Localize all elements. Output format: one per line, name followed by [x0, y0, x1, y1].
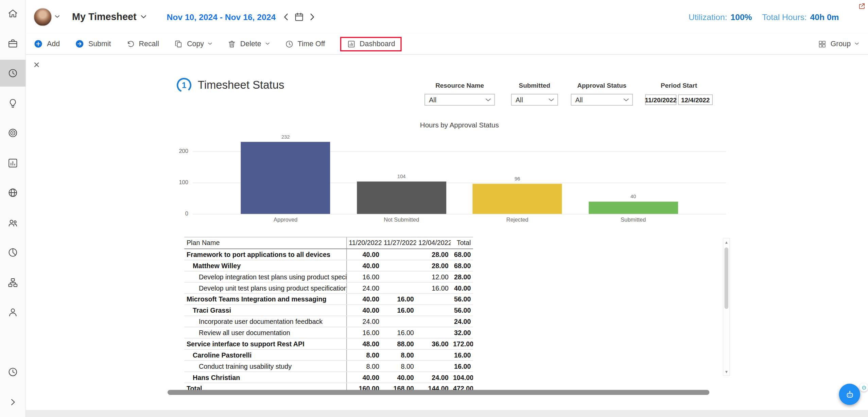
copy-button[interactable]: Copy	[174, 39, 212, 48]
bot-icon	[844, 388, 856, 400]
plan-name-cell: Review all user documentation	[184, 327, 346, 338]
sidebar-item-timesheets[interactable]	[0, 60, 26, 87]
hours-cell: 56.00	[451, 305, 473, 316]
column-header: Plan Name	[184, 237, 346, 249]
open-external-icon[interactable]	[858, 2, 866, 10]
utilization-label: Utilization:	[689, 12, 727, 21]
sidebar-item-history[interactable]	[0, 359, 26, 385]
sidebar-expand-button[interactable]	[0, 388, 26, 415]
close-button[interactable]: ×	[34, 59, 40, 70]
submit-button[interactable]: Submit	[75, 39, 111, 49]
sidebar-item-goals[interactable]	[0, 120, 26, 146]
bar-value-label: 232	[260, 134, 311, 139]
history-clock-icon	[7, 366, 18, 378]
globe-icon	[7, 187, 18, 198]
assistant-power-button[interactable]	[860, 383, 868, 392]
hours-cell: 8.00	[346, 361, 382, 372]
chevron-down-icon	[855, 42, 859, 45]
timesheet-view-selector[interactable]: My Timesheet	[72, 11, 146, 23]
person-icon	[7, 307, 18, 318]
sidebar-item-insights[interactable]	[0, 239, 26, 266]
time-off-button[interactable]: Time Off	[285, 39, 325, 48]
bar-approved[interactable]	[241, 142, 330, 214]
app-root: My Timesheet Nov 10, 2024 - Nov 16, 2024…	[0, 0, 868, 417]
submit-icon	[75, 39, 84, 49]
bar-rejected[interactable]	[473, 184, 562, 214]
dashboard-button-highlighted[interactable]: Dashboard	[340, 37, 402, 51]
hours-cell: 40.00	[346, 249, 382, 260]
hours-cell: 68.00	[451, 249, 473, 260]
submitted-select[interactable]: All	[511, 94, 558, 106]
briefcase-icon	[7, 38, 18, 49]
previous-period-icon[interactable]	[283, 13, 288, 20]
add-button[interactable]: Add	[34, 39, 60, 49]
hours-cell	[382, 316, 416, 327]
sidebar-spacer	[0, 329, 25, 359]
hours-cell	[382, 260, 416, 271]
next-period-icon[interactable]	[310, 13, 314, 20]
hours-cell: 40.00	[346, 260, 382, 271]
hours-cell: 28.00	[451, 271, 473, 282]
add-icon	[34, 39, 43, 49]
clock-icon	[285, 39, 294, 48]
copy-label: Copy	[187, 40, 204, 48]
total-hours-label: Total Hours:	[762, 12, 807, 21]
power-icon	[861, 385, 866, 390]
date-range[interactable]: Nov 10, 2024 - Nov 16, 2024	[167, 12, 276, 21]
bar-value-label: 40	[608, 194, 658, 199]
chart-gridline	[193, 214, 726, 214]
sidebar-item-teams[interactable]	[0, 269, 26, 296]
calendar-icon[interactable]	[294, 12, 304, 22]
grid-group-icon	[818, 39, 827, 48]
hours-cell: 88.00	[382, 338, 416, 349]
recall-button[interactable]: Recall	[126, 39, 159, 48]
chevron-down-icon	[141, 15, 146, 19]
hours-cell: 16.00	[451, 349, 473, 361]
hours-cell	[382, 271, 416, 282]
sidebar-item-portfolios[interactable]	[0, 30, 26, 57]
sidebar-item-ideas[interactable]	[0, 90, 26, 117]
hours-cell	[416, 316, 451, 327]
hours-cell: 28.00	[416, 249, 451, 260]
resource-name-select[interactable]: All	[424, 94, 495, 106]
hours-cell: 16.00	[382, 294, 416, 305]
sidebar-item-resources[interactable]	[0, 209, 26, 236]
period-start-to-date[interactable]: 12/4/2022	[678, 94, 713, 105]
assistant-fab-button[interactable]	[839, 384, 860, 405]
y-axis-label: 200	[168, 148, 188, 154]
bar-value-label: 96	[492, 176, 542, 181]
sidebar-item-reports[interactable]	[0, 150, 26, 176]
scroll-up-arrow[interactable]: ▲	[723, 239, 729, 245]
table-row: Incorporate user documentation feedback2…	[184, 316, 473, 327]
bar-not-submitted[interactable]	[357, 181, 446, 214]
profile-menu[interactable]	[34, 7, 60, 26]
table-row: Service interface to support Rest API48.…	[184, 338, 473, 349]
period-navigation	[283, 12, 314, 22]
group-button[interactable]: Group	[818, 39, 859, 48]
hours-cell: 12.00	[416, 271, 451, 282]
approval-status-select[interactable]: All	[571, 94, 633, 106]
bar-submitted[interactable]	[589, 202, 678, 214]
pie-chart-icon	[7, 247, 18, 258]
plan-name-cell: Conduct training usability study	[184, 361, 346, 372]
period-start-from-date[interactable]: 11/20/2022	[645, 94, 676, 105]
sidebar-item-home[interactable]	[0, 0, 26, 27]
table-body: Framework to port applications to all de…	[184, 249, 473, 394]
recall-label: Recall	[139, 40, 159, 48]
add-label: Add	[47, 40, 60, 48]
delete-button[interactable]: Delete	[227, 39, 270, 48]
scroll-down-arrow[interactable]: ▼	[723, 369, 729, 375]
horizontal-scrollbar[interactable]	[168, 390, 709, 395]
hours-cell: 40.00	[382, 372, 416, 383]
delete-label: Delete	[240, 40, 261, 48]
sidebar-item-explorer[interactable]	[0, 179, 26, 206]
sidebar-item-profile[interactable]	[0, 299, 26, 326]
plan-name-cell: Microsoft Teams Integration and messagin…	[184, 294, 346, 305]
scrollbar-thumb[interactable]	[725, 247, 729, 309]
avatar[interactable]	[34, 7, 52, 26]
approval-status-value: All	[575, 96, 583, 104]
submitted-filter-label: Submitted	[511, 82, 558, 89]
bar-value-label: 104	[376, 174, 427, 179]
table-vertical-scrollbar[interactable]: ▲ ▼	[723, 238, 730, 376]
timesheet-clock-icon	[7, 68, 18, 79]
